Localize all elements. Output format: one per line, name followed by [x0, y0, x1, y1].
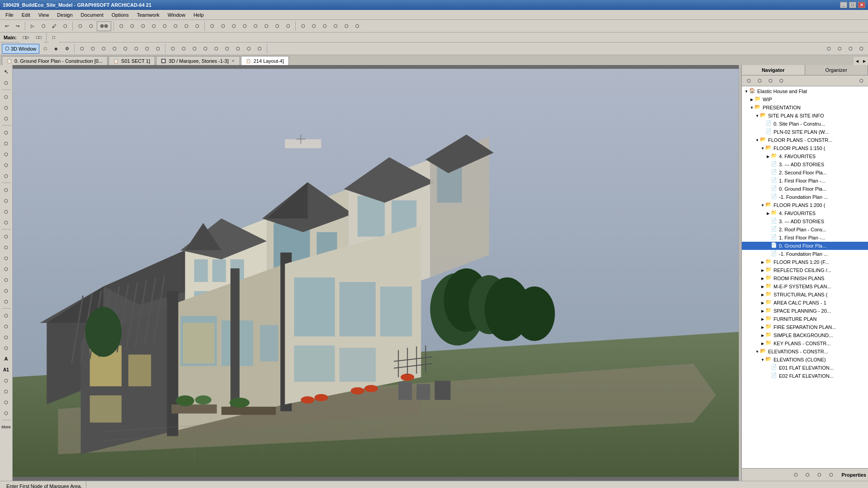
- tree-item-fp-foundation[interactable]: 📄 -1. Foundation Plan ...: [742, 193, 868, 201]
- tree-item-mep[interactable]: 📁 M-E-P SYSTEMS PLAN...: [742, 282, 868, 291]
- view-btn6[interactable]: ⬡: [131, 44, 141, 54]
- lt-tool1[interactable]: ⬡: [1, 78, 11, 88]
- tool18[interactable]: ⬡: [240, 21, 250, 31]
- render-btn5[interactable]: ⬡: [211, 44, 221, 54]
- lt-tool21[interactable]: ⬡: [1, 310, 11, 320]
- menu-help[interactable]: Help: [190, 11, 208, 19]
- tool28[interactable]: ⬡: [352, 21, 362, 31]
- tool12[interactable]: ⬡: [170, 21, 180, 31]
- tab-layout[interactable]: 📋 214 Layout-4]: [241, 56, 289, 65]
- view-btn8[interactable]: ⬡: [153, 44, 163, 54]
- sub-tool3[interactable]: □: [49, 33, 59, 42]
- settings-button[interactable]: ⚙: [62, 44, 72, 54]
- tool5[interactable]: ⬡: [75, 21, 85, 31]
- tool24[interactable]: ⬡: [309, 21, 319, 31]
- tree-item-furniture[interactable]: 📁 FURNITURE PLAN: [742, 315, 868, 323]
- tree-item-presentation[interactable]: 📂 PRESENTATION: [742, 103, 868, 112]
- tree-item-fp-add[interactable]: 📄 3. --- ADD STORIES: [742, 160, 868, 169]
- lt-tool15[interactable]: ⬡: [1, 242, 11, 252]
- view-btn7[interactable]: ⬡: [142, 44, 152, 54]
- lt-tool14[interactable]: ⬡: [1, 231, 11, 241]
- tree-open-btn[interactable]: ⬡: [755, 76, 764, 86]
- tree-item-fp-gnd2[interactable]: 📄 0. Ground Floor Pla...: [742, 242, 868, 250]
- tool26[interactable]: ⬡: [330, 21, 340, 31]
- tool20[interactable]: ⬡: [261, 21, 271, 31]
- tool8[interactable]: ⬡: [127, 21, 137, 31]
- tree-item-pln02[interactable]: 📄 PLN-02 SITE PLAN (W...: [742, 128, 868, 136]
- organizer-tab[interactable]: Organizer: [805, 65, 868, 75]
- tool17[interactable]: ⬡: [229, 21, 239, 31]
- menu-edit[interactable]: Edit: [18, 11, 34, 19]
- tab-3d[interactable]: 🔲 3D / Marquee, Stories -1-3] ✕: [156, 56, 240, 65]
- tree-item-area[interactable]: 📁 AREA CALC PLANS - 1: [742, 299, 868, 307]
- sub-tool2[interactable]: □□: [34, 33, 44, 42]
- tree-item-room-finish[interactable]: 📁 ROOM FINISH PLANS: [742, 274, 868, 282]
- lt-tool26[interactable]: ⬡: [1, 386, 11, 396]
- tree-save-btn[interactable]: ⬡: [765, 76, 775, 86]
- tool15[interactable]: ⬡: [207, 21, 217, 31]
- window-controls[interactable]: _ □ ✕: [840, 2, 865, 8]
- section-button[interactable]: ◈: [51, 44, 61, 54]
- lt-tool11[interactable]: ⬡: [1, 196, 11, 206]
- tree-item-structural[interactable]: 📁 STRUCTURAL PLANS (: [742, 291, 868, 299]
- tool23[interactable]: ⬡: [298, 21, 308, 31]
- right-panel-btn2[interactable]: ⬡: [835, 44, 844, 54]
- tree-item-fp-fnd2[interactable]: 📄 -1. Foundation Plan ...: [742, 250, 868, 258]
- tree-item-e01[interactable]: 📄 E01 FLAT ELEVATION...: [742, 364, 868, 372]
- tool4[interactable]: ⬡: [60, 21, 70, 31]
- menu-view[interactable]: View: [35, 11, 53, 19]
- lt-tool6[interactable]: ⬡: [1, 138, 11, 148]
- lt-tool23[interactable]: ⬡: [1, 332, 11, 342]
- project-tree[interactable]: 🏠 Elastic House and Flat 📁 WIP 📂 PRESENT…: [742, 86, 868, 468]
- sub-tool1[interactable]: □▷: [19, 33, 33, 42]
- view-btn2[interactable]: ⬡: [88, 44, 98, 54]
- menu-options[interactable]: Options: [108, 11, 132, 19]
- panel-open-btn[interactable]: ⬡: [803, 470, 813, 480]
- render-btn7[interactable]: ⬡: [233, 44, 243, 54]
- tool9[interactable]: ⬡: [138, 21, 148, 31]
- 3d-window-button[interactable]: ⬡ 3D Window: [2, 44, 39, 54]
- lt-tool4[interactable]: ⬡: [1, 113, 11, 123]
- tree-delete-btn[interactable]: ⬡: [776, 76, 786, 86]
- render-btn4[interactable]: ⬡: [200, 44, 210, 54]
- tree-item-key[interactable]: 📁 KEY PLANS - CONSTR...: [742, 339, 868, 347]
- view-btn5[interactable]: ⬡: [120, 44, 130, 54]
- undo-button[interactable]: ↩: [2, 21, 12, 31]
- redo-button[interactable]: ↪: [13, 21, 23, 31]
- tree-item-fp-fav[interactable]: 📁 4. FAVOURITES: [742, 152, 868, 160]
- tool14[interactable]: ⬡: [192, 21, 202, 31]
- lt-tool17[interactable]: ⬡: [1, 264, 11, 274]
- tree-item-floor-plans-con[interactable]: 📂 FLOOR PLANS - CONSTR...: [742, 136, 868, 144]
- menu-teamwork[interactable]: Teamwork: [133, 11, 163, 19]
- tool3[interactable]: 🖊: [49, 21, 59, 31]
- tree-item-fp-fav2[interactable]: 📁 4. FAVOURITES: [742, 209, 868, 217]
- render-btn6[interactable]: ⬡: [222, 44, 232, 54]
- lt-tool18[interactable]: ⬡: [1, 275, 11, 285]
- close-button[interactable]: ✕: [858, 2, 865, 8]
- tool13[interactable]: ⬡: [181, 21, 191, 31]
- tree-item-fp-1150[interactable]: 📂 FLOOR PLANS 1:150 (: [742, 144, 868, 152]
- tree-item-fp-gnd[interactable]: 📄 0. Ground Floor Pla...: [742, 185, 868, 193]
- lt-tool12[interactable]: ⬡: [1, 206, 11, 216]
- tab-scroll-right[interactable]: ▶: [861, 57, 868, 65]
- lt-tool22[interactable]: ⬡: [1, 321, 11, 331]
- right-panel-btn1[interactable]: ⬡: [824, 44, 834, 54]
- render-btn2[interactable]: ⬡: [179, 44, 189, 54]
- panel-view-btn[interactable]: ⬡: [815, 470, 825, 480]
- restore-button[interactable]: □: [849, 2, 856, 8]
- marquee-tool[interactable]: ⬡: [38, 21, 48, 31]
- lt-tool3[interactable]: ⬡: [1, 103, 11, 113]
- tree-item-site-plan-con[interactable]: 📄 0. Site Plan - Constru...: [742, 120, 868, 128]
- tab-scroll-left[interactable]: ◀: [854, 57, 861, 65]
- menu-file[interactable]: File: [2, 11, 17, 19]
- lt-text-tool-a1[interactable]: A1: [1, 365, 11, 375]
- tree-item-elastic-house[interactable]: 🏠 Elastic House and Flat: [742, 87, 868, 95]
- tree-item-e02[interactable]: 📄 E02 FLAT ELEVATION...: [742, 372, 868, 380]
- tree-new-btn[interactable]: ⬡: [744, 76, 754, 86]
- lt-tool2[interactable]: ⬡: [1, 92, 11, 102]
- render-btn8[interactable]: ⬡: [244, 44, 254, 54]
- lt-tool10[interactable]: ⬡: [1, 185, 11, 195]
- tree-item-fp-1st[interactable]: 📄 1. First Floor Plan -...: [742, 177, 868, 185]
- select-tool[interactable]: ▷: [28, 21, 38, 31]
- lt-tool8[interactable]: ⬡: [1, 160, 11, 170]
